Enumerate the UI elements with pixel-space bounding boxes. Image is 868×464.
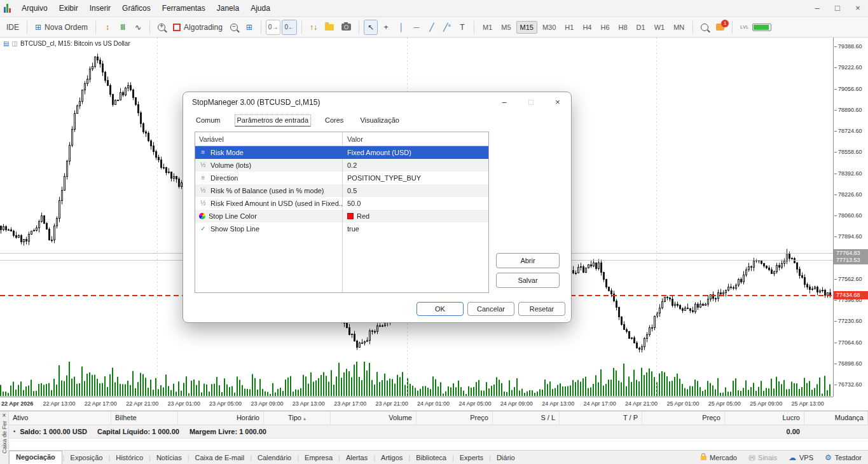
tester-status[interactable]: ⚙Testador <box>825 453 862 462</box>
timeframe-m1[interactable]: M1 <box>479 21 496 34</box>
timeframe-m15[interactable]: M15 <box>516 21 537 34</box>
menu-inserir[interactable]: Inserir <box>84 1 116 15</box>
trendline-button[interactable]: ╱ <box>425 20 439 35</box>
dialog-tab-1[interactable]: Comum <box>193 114 223 126</box>
column-tipo[interactable]: Tipo▴ <box>264 411 331 425</box>
dialog-close-button[interactable]: × <box>544 92 571 113</box>
toolbox-tab-calendario[interactable]: Calendário <box>252 452 296 463</box>
community-button[interactable]: 1 <box>713 20 727 35</box>
toolbox-tab-caixadeemail[interactable]: Caixa de E-mail <box>190 452 250 463</box>
channel-button[interactable]: ╱° <box>440 20 454 35</box>
window-minimize-button[interactable]: – <box>807 0 827 17</box>
menu-arquivo[interactable]: Arquivo <box>16 1 53 15</box>
price-scale[interactable]: 77764.83 77713.53 77434.68 79388.6079222… <box>833 38 868 397</box>
toolbox-tab-alertas[interactable]: Alertas <box>341 452 373 463</box>
auto-scroll-button[interactable]: 0← <box>282 20 297 35</box>
toolbox-tab-experts[interactable]: Experts <box>455 452 488 463</box>
column-tp[interactable]: T / P <box>560 411 642 425</box>
ok-button[interactable]: OK <box>417 302 464 316</box>
text-tool-button[interactable]: T <box>455 20 469 35</box>
menu-janela[interactable]: Janela <box>211 1 245 15</box>
dialog-tab-4[interactable]: Visualização <box>357 114 402 126</box>
quotes-panel-icon[interactable]: ▤ <box>3 40 9 47</box>
parameter-value[interactable]: 50.0 <box>347 197 361 210</box>
ide-button[interactable]: IDE <box>3 20 22 35</box>
time-scale[interactable]: 22 Apr 202622 Apr 13:0022 Apr 17:0022 Ap… <box>0 397 833 411</box>
search-button[interactable] <box>698 20 712 35</box>
tick-chart-button[interactable]: ↕ <box>100 20 114 35</box>
column-preo[interactable]: Preço <box>642 411 725 425</box>
toolbox-tab-exposicao[interactable]: Exposição <box>65 452 108 463</box>
timeframe-w1[interactable]: W1 <box>651 21 669 34</box>
column-volume[interactable]: Volume <box>331 411 417 425</box>
vps-status[interactable]: ☁VPS <box>789 453 813 462</box>
reset-button[interactable]: Resetar <box>518 302 565 316</box>
open-button[interactable]: Abrir <box>496 253 560 268</box>
window-close-button[interactable]: × <box>848 0 868 17</box>
menu-exibir[interactable]: Exibir <box>53 1 84 15</box>
column-lucro[interactable]: Lucro <box>725 411 804 425</box>
dialog-minimize-button[interactable]: – <box>491 92 518 113</box>
column-ativo[interactable]: Ativo <box>9 411 111 425</box>
horizontal-line-button[interactable]: ─ <box>410 20 424 35</box>
toolbox-tab-historico[interactable]: Histórico <box>111 452 148 463</box>
timeframe-m30[interactable]: M30 <box>539 21 560 34</box>
timeframe-d1[interactable]: D1 <box>633 21 649 34</box>
tile-windows-button[interactable]: ⊞ <box>242 20 256 35</box>
column-sl[interactable]: S / L <box>493 411 560 425</box>
timeframe-h8[interactable]: H8 <box>615 21 631 34</box>
signals-status[interactable]: ((•))Sinais <box>748 454 777 461</box>
dialog-titlebar[interactable]: StopManeger 3.00 (BTCUSD_cl,M15) – □ × <box>183 92 571 113</box>
zoom-out-button[interactable]: – <box>227 20 241 35</box>
parameter-row[interactable]: ½Risk Fixed Amount in USD (used in Fixed… <box>195 197 488 210</box>
timeframe-h6[interactable]: H6 <box>596 21 613 34</box>
dialog-tab-2[interactable]: Parâmetros de entrada <box>235 114 312 126</box>
vertical-line-button[interactable]: │ <box>394 20 408 35</box>
column-preo[interactable]: Preço <box>417 411 493 425</box>
parameter-row[interactable]: ≡DirectionPOSITION_TYPE_BUY <box>195 172 488 184</box>
toolbox-tab-biblioteca[interactable]: Biblioteca <box>411 452 451 463</box>
zoom-in-button[interactable]: + <box>155 20 169 35</box>
parameter-row[interactable]: Stop Line ColorRed <box>195 210 488 222</box>
column-value[interactable]: Valor <box>343 132 488 146</box>
toolbox-side-tab[interactable]: × Caixa de Fer <box>0 411 9 464</box>
toolbox-tab-artigos[interactable]: Artigos <box>376 452 408 463</box>
line-chart-button[interactable]: ∿ <box>131 20 145 35</box>
shift-chart-end-button[interactable]: 0→ <box>266 20 281 35</box>
menu-ajuda[interactable]: Ajuda <box>245 1 276 15</box>
chart-mini-icon[interactable]: ◫ <box>11 40 17 47</box>
parameter-value[interactable]: Red <box>357 210 369 222</box>
resize-grip[interactable]: ⋱ <box>562 314 568 321</box>
parameter-value[interactable]: true <box>347 222 359 235</box>
cursor-button[interactable]: ↖ <box>364 20 378 35</box>
parameter-value[interactable]: 0.2 <box>347 159 357 172</box>
column-variable[interactable]: Variável <box>195 132 343 146</box>
timeframe-h4[interactable]: H4 <box>579 21 595 34</box>
bar-chart-button[interactable]: Ⅲ <box>116 20 130 35</box>
parameter-value[interactable]: POSITION_TYPE_BUY <box>347 172 421 184</box>
toolbox-tab-noticias[interactable]: Notícias <box>151 452 187 463</box>
dialog-tab-3[interactable]: Cores <box>322 114 346 126</box>
column-horrio[interactable]: Horário <box>178 411 264 425</box>
timeframe-m5[interactable]: M5 <box>497 21 514 34</box>
screenshot-button[interactable] <box>338 20 354 35</box>
cancel-button[interactable]: Cancelar <box>467 302 514 316</box>
toolbox-tab-empresa[interactable]: Empresa <box>300 452 338 463</box>
timeframe-h1[interactable]: H1 <box>561 21 577 34</box>
crosshair-button[interactable]: + <box>379 20 393 35</box>
menu-graficos[interactable]: Gráficos <box>116 1 156 15</box>
parameter-row[interactable]: ✓Show Stop Linetrue <box>195 222 488 235</box>
toolbox-tab-negociacao[interactable]: Negociação <box>9 451 62 464</box>
algotrading-button[interactable]: Algotrading <box>170 20 226 35</box>
toolbox-close-icon[interactable]: × <box>3 411 6 420</box>
save-button[interactable]: Salvar <box>496 273 560 288</box>
menu-ferramentas[interactable]: Ferramentas <box>156 1 211 15</box>
parameter-value[interactable]: Fixed Amount (USD) <box>347 146 411 159</box>
timeframe-mn[interactable]: MN <box>670 21 688 34</box>
parameter-row[interactable]: ½Risk % of Balance (used in % mode)0.5 <box>195 184 488 197</box>
market-status[interactable]: Mercado <box>701 454 737 461</box>
toolbox-tab-diario[interactable]: Diário <box>492 452 520 463</box>
data-folder-button[interactable] <box>322 20 337 35</box>
parameter-value[interactable]: 0.5 <box>347 184 357 197</box>
column-mudana[interactable]: Mudança <box>804 411 868 425</box>
